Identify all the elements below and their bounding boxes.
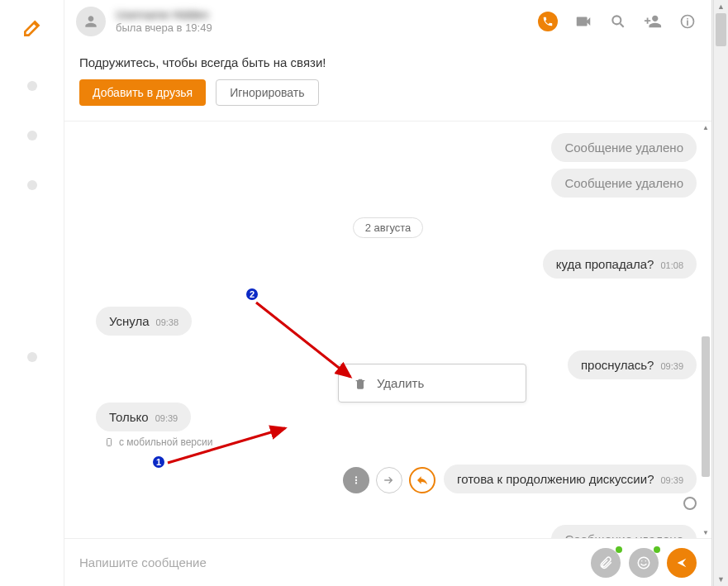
message-text: готова к продолжению дискуссии? bbox=[457, 472, 654, 486]
compose-button[interactable] bbox=[19, 15, 45, 41]
svg-point-4 bbox=[355, 476, 357, 478]
friendship-title: Подружитесь, чтобы всегда быть на связи! bbox=[79, 55, 697, 69]
read-indicator bbox=[79, 497, 697, 510]
deleted-message: Сообщение удалено bbox=[551, 525, 697, 538]
message-bubble[interactable]: Уснула 09:38 bbox=[96, 307, 192, 336]
add-friend-button[interactable]: Добавить в друзья bbox=[79, 79, 206, 106]
date-separator: 2 августа bbox=[353, 217, 424, 238]
page-scrollbar[interactable]: ▲ ▼ bbox=[713, 0, 728, 586]
svg-point-3 bbox=[109, 445, 110, 445]
message-bubble[interactable]: Только 09:39 bbox=[96, 403, 191, 431]
deleted-message: Сообщение удалено bbox=[551, 133, 697, 162]
svg-point-7 bbox=[638, 557, 649, 569]
avatar[interactable] bbox=[76, 7, 106, 36]
friendship-bar: Подружитесь, чтобы всегда быть на связи!… bbox=[64, 42, 711, 121]
forward-button[interactable] bbox=[376, 467, 402, 493]
scroll-down-button[interactable]: ▼ bbox=[714, 573, 728, 586]
message-time: 09:39 bbox=[155, 413, 178, 423]
user-status: была вчера в 19:49 bbox=[116, 21, 538, 34]
scrollbar-thumb[interactable] bbox=[702, 336, 710, 477]
annotation-marker-2: 2 bbox=[245, 287, 259, 302]
message-time: 01:08 bbox=[660, 260, 683, 270]
add-user-icon[interactable] bbox=[644, 12, 662, 31]
message-bubble[interactable]: готова к продолжению дискуссии? 09:39 bbox=[444, 465, 697, 493]
send-button[interactable] bbox=[667, 548, 697, 578]
chat-area: Сообщение удалено Сообщение удалено 2 ав… bbox=[64, 121, 711, 538]
conversation-dot[interactable] bbox=[27, 352, 37, 362]
call-icon[interactable] bbox=[538, 12, 558, 31]
svg-point-0 bbox=[612, 16, 621, 24]
mobile-indicator: с мобильной версии bbox=[79, 436, 697, 448]
message-actions bbox=[343, 467, 435, 493]
attach-button[interactable] bbox=[591, 548, 621, 578]
search-icon[interactable] bbox=[609, 12, 627, 31]
conversation-dot[interactable] bbox=[27, 81, 37, 91]
mobile-icon bbox=[104, 437, 114, 447]
svg-point-5 bbox=[355, 479, 357, 481]
ignore-button[interactable]: Игнорировать bbox=[216, 79, 318, 106]
message-bubble[interactable]: проснулась? 09:39 bbox=[568, 350, 697, 379]
message-text: Уснула bbox=[109, 314, 150, 328]
reply-button[interactable] bbox=[409, 467, 435, 493]
left-sidebar bbox=[0, 0, 64, 586]
delete-menu-item[interactable]: Удалить bbox=[339, 364, 526, 402]
message-time: 09:39 bbox=[660, 475, 683, 485]
info-icon[interactable] bbox=[678, 12, 697, 31]
message-text: куда пропадала? bbox=[556, 257, 654, 271]
deleted-message: Сообщение удалено bbox=[551, 169, 697, 198]
more-options-button[interactable] bbox=[343, 467, 369, 493]
trash-icon bbox=[354, 377, 367, 390]
message-input[interactable] bbox=[79, 555, 591, 569]
conversation-dot[interactable] bbox=[27, 131, 37, 141]
context-menu: Удалить bbox=[338, 364, 526, 403]
message-composer bbox=[64, 538, 711, 586]
sticker-button[interactable] bbox=[629, 548, 659, 578]
message-time: 09:38 bbox=[156, 317, 179, 327]
svg-point-6 bbox=[355, 482, 357, 484]
user-name[interactable]: Username Hidden bbox=[116, 8, 538, 21]
video-icon[interactable] bbox=[574, 12, 592, 31]
message-text: Только bbox=[109, 410, 149, 424]
chat-scrollbar[interactable]: ▲ ▼ bbox=[700, 121, 711, 538]
annotation-marker-1: 1 bbox=[151, 455, 166, 469]
message-time: 09:39 bbox=[660, 361, 683, 371]
scroll-up-button[interactable]: ▲ bbox=[714, 0, 728, 13]
conversation-dot[interactable] bbox=[27, 180, 37, 190]
message-text: проснулась? bbox=[581, 358, 654, 372]
chat-header: Username Hidden была вчера в 19:49 bbox=[64, 0, 711, 42]
message-bubble[interactable]: куда пропадала? 01:08 bbox=[543, 250, 697, 279]
scrollbar-thumb[interactable] bbox=[716, 13, 726, 46]
